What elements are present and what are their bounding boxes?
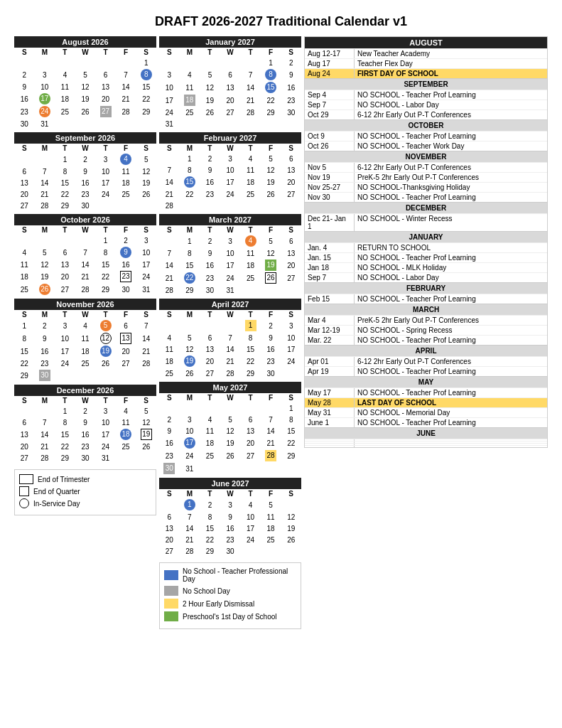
event-row: Mar. 22 NO SCHOOL - Teacher Prof Learnin…	[305, 335, 547, 345]
event-row: Nov 5 6-12 2hr Early Out P-T Conferences	[305, 162, 547, 172]
month-june-2027: June 2027 SMTWTFS 1 2345 6789101112 1314…	[159, 478, 301, 557]
key-trimester: End of Trimester	[19, 474, 151, 484]
event-row: Oct 29 6-12 2hr Early Out P-T Conference…	[305, 109, 547, 119]
special-day: 19	[100, 346, 112, 357]
event-row	[305, 445, 547, 447]
event-row: Mar 12-19 NO SCHOOL - Spring Recess	[305, 325, 547, 335]
events-month-header: JANUARY	[305, 231, 547, 242]
event-row: Sep 7 NO SCHOOL - Labor Day	[305, 100, 547, 109]
legend-blue: No School - Teacher Professional Day	[164, 567, 296, 583]
event-row: Oct 9 NO SCHOOL - Teacher Prof Learning	[305, 131, 547, 141]
events-month-header: SEPTEMBER	[305, 78, 547, 90]
event-row: Jan 18 NO SCHOOL - MLK Holiday	[305, 262, 547, 272]
key-quarter-label: End of Quarter	[33, 488, 80, 496]
special-day: 18	[184, 95, 195, 106]
month-november-2026: November 2026 SMTWTFS 1234 5 67 891011 1…	[14, 299, 156, 382]
trimester-icon	[19, 474, 33, 484]
event-row: Mar 4 PreK-5 2hr Early Out P-T Conferenc…	[305, 315, 547, 325]
special-day: 9	[120, 247, 131, 258]
event-row: May 31 NO SCHOOL - Memorial Day	[305, 407, 547, 417]
legend-blue-label: No School - Teacher Professional Day	[183, 567, 296, 583]
event-row: Apr 19 NO SCHOOL - Teacher Prof Learning	[305, 366, 547, 376]
inservice-icon	[19, 498, 29, 508]
events-table: AUGUST Aug 12-17 New Teacher Academy Aug…	[304, 36, 548, 448]
event-row: May 17 NO SCHOOL - Teacher Prof Learning	[305, 387, 547, 397]
special-day: 28	[265, 450, 276, 461]
special-day: 27	[100, 106, 112, 117]
special-day: 15	[265, 82, 276, 93]
month-january-2027: January 2027 SMTWTFS 12 34567 8 9 101112…	[159, 36, 301, 129]
special-day: 5	[100, 320, 112, 331]
special-day: 13	[120, 333, 131, 344]
event-row: Apr 01 6-12 2hr Early Out P-T Conference…	[305, 356, 547, 366]
legend-gray: No School Day	[164, 586, 296, 596]
quarter-icon	[19, 486, 29, 496]
event-row: Jan. 4 RETURN TO SCHOOL	[305, 242, 547, 252]
legend-yellow-swatch	[164, 599, 178, 609]
events-month-header: NOVEMBER	[305, 151, 547, 162]
month-september-2026: September 2026 SMTWTFS 123 4 5 678910111…	[14, 132, 156, 211]
special-day: 12	[100, 333, 112, 344]
left-calendar-column: August 2026 SMTWTFS 1 234567 8 910111213…	[14, 36, 156, 629]
event-row	[305, 443, 547, 445]
event-row: Nov 30 NO SCHOOL - Teacher Prof Learning	[305, 192, 547, 202]
event-row: Aug 17 Teacher Flex Day	[305, 58, 547, 68]
special-day: 1	[184, 499, 195, 510]
event-row: Sep 7 NO SCHOOL - Labor Day	[305, 272, 547, 282]
special-day: 8	[141, 69, 152, 80]
event-row: Aug 24 FIRST DAY OF SCHOOL	[305, 68, 547, 78]
month-february-2027: February 2027 SMTWTFS 123456 78910111213…	[159, 132, 301, 211]
legend-yellow-label: 2 Hour Early Dismissal	[183, 600, 254, 608]
legend-gray-swatch	[164, 586, 178, 596]
special-day: 8	[265, 69, 276, 80]
events-main-header: AUGUST	[305, 37, 547, 48]
events-month-header: MARCH	[305, 304, 547, 315]
special-day: 30	[163, 463, 175, 474]
event-row: Aug 12-17 New Teacher Academy	[305, 48, 547, 58]
special-day: 17	[184, 437, 195, 449]
event-row: Dec 21- Jan 1 NO SCHOOL - Winter Recess	[305, 213, 547, 231]
event-row: Oct 26 NO SCHOOL - Teacher Work Day	[305, 141, 547, 151]
legend-gray-label: No School Day	[183, 587, 230, 595]
events-month-header: DECEMBER	[305, 202, 547, 213]
event-row: Nov 25-27 NO SCHOOL-Thanksgiving Holiday	[305, 182, 547, 192]
legend-green-label: Preschool's 1st Day of School	[183, 613, 277, 621]
special-day: 22	[184, 272, 195, 284]
special-day: 19	[265, 259, 276, 271]
legend-green-swatch	[164, 611, 178, 621]
key-section: End of Trimester End of Quarter In-Servi…	[14, 469, 156, 515]
key-inservice: In-Service Day	[19, 498, 151, 508]
legend-yellow: 2 Hour Early Dismissal	[164, 599, 296, 609]
event-row	[305, 439, 547, 441]
special-day: 19	[184, 355, 195, 367]
month-october-2026: October 2026 SMTWTFS 123 45678 9 10 1112…	[14, 214, 156, 296]
mid-calendar-column: January 2027 SMTWTFS 12 34567 8 9 101112…	[159, 36, 301, 629]
event-row: Jan. 15 NO SCHOOL - Teacher Prof Learnin…	[305, 252, 547, 262]
month-march-2027: March 2027 SMTWTFS 123 4 56 78910111213 …	[159, 214, 301, 296]
legend-section: No School - Teacher Professional Day No …	[159, 562, 301, 629]
special-day: 15	[184, 176, 195, 188]
events-month-header: FEBRUARY	[305, 282, 547, 294]
special-day: 4	[120, 154, 131, 165]
special-day: 26	[39, 284, 50, 295]
month-may-2027: May 2027 SMTWTFS 1 2345678 9101112131415…	[159, 382, 301, 475]
event-row: June 1 NO SCHOOL - Teacher Prof Learning	[305, 417, 547, 427]
events-month-header: JUNE	[305, 427, 547, 439]
month-august-2026: August 2026 SMTWTFS 1 234567 8 910111213…	[14, 36, 156, 129]
event-row: May 28 LAST DAY OF SCHOOL	[305, 397, 547, 407]
special-day: 23	[120, 271, 131, 282]
special-day: 4	[245, 235, 256, 247]
special-day: 26	[265, 272, 276, 284]
key-quarter: End of Quarter	[19, 486, 151, 496]
events-column: AUGUST Aug 12-17 New Teacher Academy Aug…	[304, 36, 548, 629]
key-inservice-label: In-Service Day	[33, 500, 80, 508]
key-trimester-label: End of Trimester	[38, 476, 90, 483]
special-day: 30	[39, 370, 50, 381]
events-month-header: OCTOBER	[305, 119, 547, 131]
events-month-header: APRIL	[305, 345, 547, 356]
event-row: Feb 15 NO SCHOOL - Teacher Prof Learning	[305, 294, 547, 304]
page-title: DRAFT 2026-2027 Traditional Calendar v1	[14, 14, 548, 29]
event-row: Nov 19 PreK-5 2hr Early Out P-T Conferen…	[305, 172, 547, 182]
special-day: 1	[245, 320, 256, 331]
special-day: 19	[141, 429, 152, 440]
